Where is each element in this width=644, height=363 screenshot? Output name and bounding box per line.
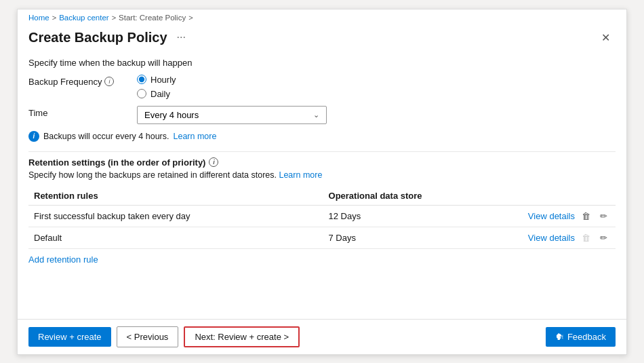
retention-heading: Retention settings (in the order of prio… — [28, 157, 616, 168]
breadcrumb-backup-center[interactable]: Backup center — [59, 14, 109, 22]
row1-rule: First successful backup taken every day — [28, 205, 323, 227]
radio-hourly[interactable]: Hourly — [137, 75, 176, 85]
backup-frequency-row: Backup Frequency i Hourly Daily — [28, 75, 616, 99]
create-backup-policy-modal: Home > Backup center > Start: Create Pol… — [17, 9, 627, 355]
breadcrumb-sep2: > — [112, 14, 116, 22]
dropdown-arrow-icon: ⌄ — [313, 111, 319, 119]
modal-header: Create Backup Policy ··· ✕ — [18, 24, 626, 52]
frequency-radio-group: Hourly Daily — [137, 75, 176, 99]
info-note-text: Backups will occur every 4 hours. — [43, 132, 169, 141]
table-header-row: Retention rules Operational data store — [28, 187, 616, 206]
row2-view-details-link[interactable]: View details — [528, 233, 575, 243]
row2-edit-icon[interactable]: ✏ — [597, 231, 610, 244]
row1-store: 12 Days — [323, 205, 507, 227]
ellipsis-button[interactable]: ··· — [173, 30, 190, 45]
modal-title-row: Create Backup Policy ··· — [28, 30, 190, 45]
breadcrumb: Home > Backup center > Start: Create Pol… — [18, 9, 626, 24]
time-select-dropdown[interactable]: Every 4 hours ⌄ — [137, 106, 327, 124]
modal-title: Create Backup Policy — [28, 30, 167, 45]
previous-button[interactable]: < Previous — [117, 326, 179, 347]
table-row: First successful backup taken every day … — [28, 205, 616, 227]
row1-actions: View details 🗑 ✏ — [507, 205, 616, 227]
col-operational-store: Operational data store — [323, 187, 507, 206]
row1-delete-icon[interactable]: 🗑 — [579, 210, 593, 223]
modal-footer: Review + create < Previous Next: Review … — [18, 319, 626, 354]
breadcrumb-sep1: > — [52, 14, 56, 22]
retention-table: Retention rules Operational data store F… — [28, 187, 616, 249]
radio-hourly-label: Hourly — [150, 75, 176, 85]
retention-info-icon[interactable]: i — [209, 157, 218, 167]
feedback-icon: 🗣 — [555, 332, 564, 342]
frequency-info-icon[interactable]: i — [104, 77, 114, 86]
add-retention-rule-link[interactable]: Add retention rule — [28, 254, 98, 265]
close-button[interactable]: ✕ — [596, 28, 616, 47]
feedback-button[interactable]: 🗣 Feedback — [546, 327, 616, 347]
radio-hourly-input[interactable] — [137, 75, 146, 84]
row2-delete-icon: 🗑 — [579, 231, 593, 244]
col-actions-header — [507, 187, 616, 206]
feedback-label: Feedback — [567, 332, 606, 342]
breadcrumb-sep3: > — [188, 14, 193, 22]
backup-frequency-label: Backup Frequency i — [28, 75, 137, 87]
row2-store: 7 Days — [323, 227, 507, 248]
table-row: Default 7 Days View details 🗑 ✏ — [28, 227, 616, 248]
backup-section-heading: Specify time when the backup will happen — [28, 58, 616, 68]
next-button[interactable]: Next: Review + create > — [184, 326, 300, 347]
divider — [28, 151, 616, 152]
radio-daily-input[interactable] — [137, 89, 146, 98]
time-row: Time Every 4 hours ⌄ — [28, 106, 616, 124]
info-note: i Backups will occur every 4 hours. Lear… — [28, 131, 616, 142]
radio-daily[interactable]: Daily — [137, 89, 176, 99]
time-label: Time — [28, 106, 137, 118]
retention-sub: Specify how long the backups are retaine… — [28, 170, 616, 180]
row1-edit-icon[interactable]: ✏ — [597, 210, 610, 223]
modal-body: Specify time when the backup will happen… — [18, 52, 626, 319]
radio-daily-label: Daily — [150, 89, 170, 99]
row2-rule: Default — [28, 227, 323, 248]
info-blue-icon: i — [28, 131, 39, 142]
time-select-value: Every 4 hours — [144, 110, 199, 120]
breadcrumb-home[interactable]: Home — [28, 14, 49, 22]
row2-actions: View details 🗑 ✏ — [507, 227, 616, 248]
info-learn-more-link[interactable]: Learn more — [174, 132, 217, 141]
breadcrumb-current: Start: Create Policy — [119, 14, 186, 22]
col-retention-rules: Retention rules — [28, 187, 323, 206]
review-create-button[interactable]: Review + create — [28, 327, 111, 347]
row1-view-details-link[interactable]: View details — [528, 211, 575, 221]
retention-learn-more-link[interactable]: Learn more — [279, 170, 322, 180]
